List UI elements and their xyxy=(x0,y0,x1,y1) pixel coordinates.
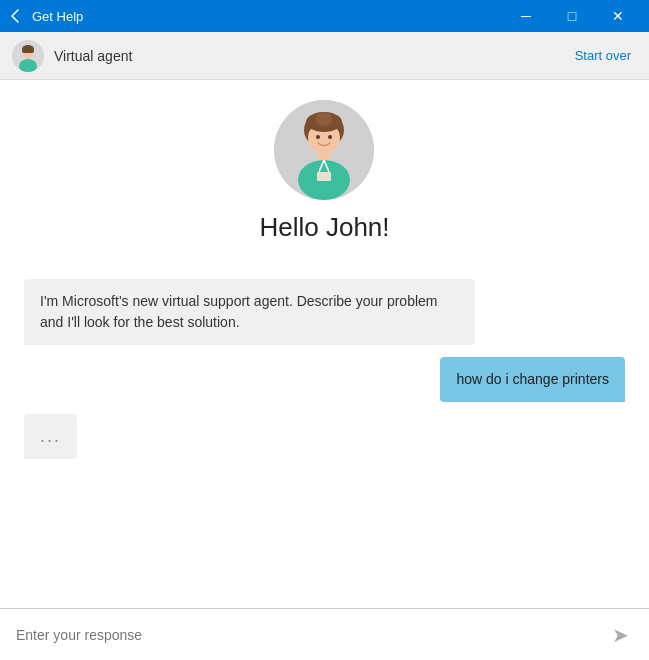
messages-container: I'm Microsoft's new virtual support agen… xyxy=(24,279,625,459)
typing-indicator: ... xyxy=(24,414,77,459)
svg-point-16 xyxy=(328,135,332,139)
svg-rect-14 xyxy=(317,172,331,181)
start-over-button[interactable]: Start over xyxy=(569,44,637,67)
typing-dots: ... xyxy=(40,426,61,446)
svg-point-4 xyxy=(22,45,34,53)
close-button[interactable]: ✕ xyxy=(595,0,641,32)
agent-avatar-large xyxy=(274,100,374,200)
input-bar: ➤ xyxy=(0,608,649,660)
title-bar: Get Help ─ □ ✕ xyxy=(0,0,649,32)
agent-name-label: Virtual agent xyxy=(54,48,569,64)
agent-intro: Hello John! xyxy=(259,100,389,259)
send-button[interactable]: ➤ xyxy=(608,619,633,651)
agent-avatar-small xyxy=(12,40,44,72)
bot-message-1-text: I'm Microsoft's new virtual support agen… xyxy=(40,293,438,330)
header-bar: Virtual agent Start over xyxy=(0,32,649,80)
window-controls: ─ □ ✕ xyxy=(503,0,641,32)
back-button[interactable] xyxy=(8,8,24,24)
user-message-1: how do i change printers xyxy=(440,357,625,402)
minimize-button[interactable]: ─ xyxy=(503,0,549,32)
greeting-text: Hello John! xyxy=(259,212,389,243)
user-message-1-text: how do i change printers xyxy=(456,371,609,387)
svg-point-9 xyxy=(316,112,332,126)
svg-point-15 xyxy=(316,135,320,139)
svg-rect-10 xyxy=(318,152,330,160)
bot-message-1: I'm Microsoft's new virtual support agen… xyxy=(24,279,475,345)
response-input[interactable] xyxy=(16,627,608,643)
chat-area: Hello John! I'm Microsoft's new virtual … xyxy=(0,80,649,608)
window-title: Get Help xyxy=(32,9,503,24)
maximize-button[interactable]: □ xyxy=(549,0,595,32)
